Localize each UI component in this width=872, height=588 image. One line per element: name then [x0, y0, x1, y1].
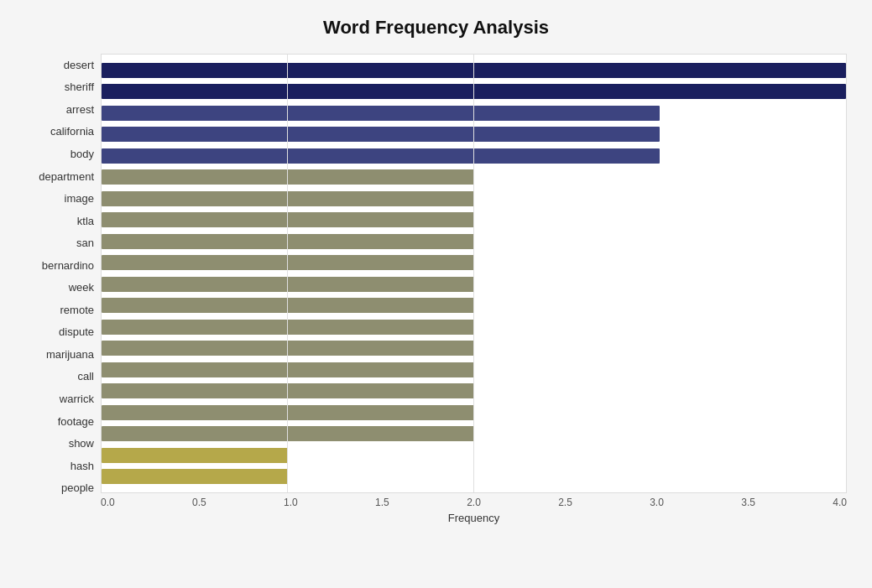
chart-container: Word Frequency Analysis desertsheriffarr…: [0, 0, 872, 588]
y-label-desert: desert: [64, 55, 94, 75]
bar-department: [102, 169, 474, 185]
bar-image: [102, 191, 474, 206]
chart-area: desertsheriffarrestcaliforniabodydepartm…: [25, 54, 847, 524]
y-label-marijuana: marijuana: [46, 344, 94, 364]
bar-row: [102, 60, 846, 81]
y-label-department: department: [39, 166, 94, 186]
bar-dispute: [102, 320, 474, 335]
x-tick-1.5: 1.5: [375, 497, 389, 508]
bars-area: [101, 54, 847, 493]
bar-sheriff: [102, 84, 846, 99]
x-tick-3.0: 3.0: [650, 497, 664, 508]
y-label-hash: hash: [70, 455, 94, 476]
bar-row: [102, 403, 846, 423]
bar-row: [102, 232, 846, 252]
bar-row: [102, 445, 846, 466]
x-tick-4.0: 4.0: [833, 497, 847, 508]
x-tick-2.5: 2.5: [558, 497, 572, 508]
bar-show: [102, 426, 474, 441]
bar-row: [102, 274, 846, 294]
bar-row: [102, 466, 846, 487]
y-label-footage: footage: [58, 411, 94, 431]
bar-row: [102, 360, 846, 380]
bar-body: [102, 148, 660, 164]
y-label-sheriff: sheriff: [65, 77, 94, 97]
y-label-california: california: [50, 122, 94, 142]
x-tick-3.5: 3.5: [741, 497, 755, 508]
bar-row: [102, 146, 846, 166]
bar-remote: [102, 298, 474, 313]
bar-people: [102, 469, 288, 484]
bar-marijuana: [102, 341, 474, 356]
bar-row: [102, 424, 846, 444]
x-axis-label: Frequency: [101, 512, 847, 524]
bar-row: [102, 295, 846, 315]
bar-arrest: [102, 106, 660, 121]
bar-san: [102, 234, 474, 249]
bar-row: [102, 124, 846, 144]
bar-row: [102, 167, 846, 187]
y-label-people: people: [61, 478, 94, 498]
y-labels: desertsheriffarrestcaliforniabodydepartm…: [25, 54, 101, 524]
bar-row: [102, 189, 846, 209]
x-tick-1.0: 1.0: [284, 497, 298, 508]
bar-hash: [102, 448, 288, 463]
bar-ktla: [102, 212, 474, 227]
bar-desert: [102, 63, 846, 78]
y-label-arrest: arrest: [66, 99, 94, 119]
bar-row: [102, 210, 846, 230]
y-label-week: week: [69, 278, 94, 298]
bar-row: [102, 317, 846, 337]
bar-bernardino: [102, 255, 474, 270]
y-label-dispute: dispute: [59, 322, 94, 342]
y-label-image: image: [65, 189, 94, 209]
y-label-show: show: [69, 434, 94, 454]
y-label-body: body: [70, 143, 94, 164]
x-tick-2.0: 2.0: [467, 497, 481, 508]
bar-row: [102, 381, 846, 401]
bar-california: [102, 127, 660, 142]
bar-row: [102, 252, 846, 273]
x-tick-0.0: 0.0: [101, 497, 115, 508]
bar-warrick: [102, 383, 474, 398]
y-label-san: san: [76, 233, 94, 253]
bars-and-xaxis: 0.00.51.01.52.02.53.03.54.0 Frequency: [101, 54, 847, 524]
bar-row: [102, 103, 846, 123]
y-label-bernardino: bernardino: [42, 255, 94, 275]
bar-week: [102, 277, 474, 292]
x-tick-0.5: 0.5: [192, 497, 206, 508]
chart-title: Word Frequency Analysis: [25, 17, 847, 39]
bar-call: [102, 362, 474, 377]
x-axis: 0.00.51.01.52.02.53.03.54.0: [101, 493, 847, 510]
bar-row: [102, 81, 846, 101]
y-label-remote: remote: [60, 299, 94, 320]
bar-row: [102, 338, 846, 358]
y-label-call: call: [77, 367, 94, 387]
bar-footage: [102, 405, 474, 420]
y-label-ktla: ktla: [77, 211, 94, 231]
y-label-warrick: warrick: [60, 388, 94, 408]
